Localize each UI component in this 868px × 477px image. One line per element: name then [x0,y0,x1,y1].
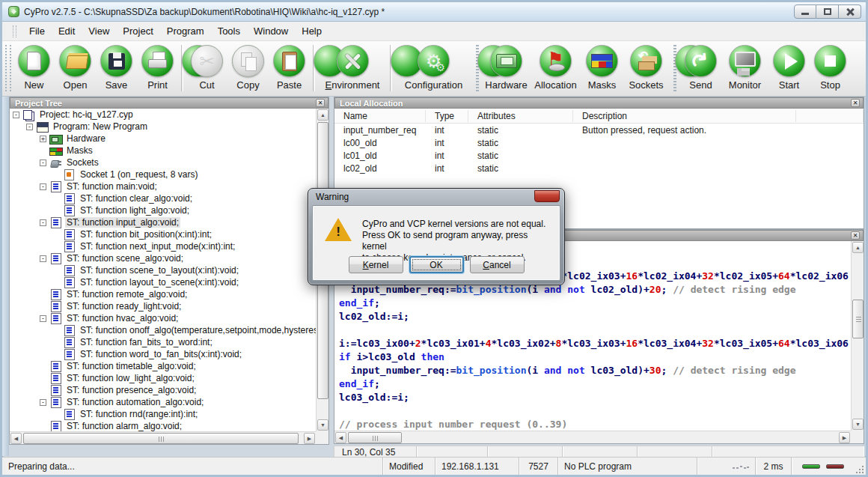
tree-expander[interactable]: - [40,183,46,190]
panel-close-icon[interactable]: ✕ [851,231,860,240]
tree-item[interactable]: - Sockets [10,157,316,168]
tree-expander[interactable]: - [13,112,19,118]
scroll-up-icon[interactable]: ▲ [852,242,864,253]
table-row[interactable]: input_number_req int static Button press… [334,124,864,136]
stop-button[interactable]: Stop [810,43,851,91]
monitor-button[interactable]: Monitor [721,43,768,91]
tree-item[interactable]: - Program: New Program [10,121,316,133]
menu-item[interactable]: Program [160,23,211,39]
scroll-right-icon[interactable]: ▶ [839,432,850,443]
project-tree-header[interactable]: Project Tree ✕ [10,97,328,109]
tree-item[interactable]: ST: function next_input_mode(x:int):int; [10,240,316,252]
tree-expander[interactable]: - [40,219,46,226]
toolbar-separator[interactable] [181,45,183,91]
toolbar-separator[interactable] [313,45,315,91]
scroll-up-icon[interactable]: ▲ [317,109,328,121]
menu-item[interactable]: File [22,23,52,39]
table-row[interactable]: lc02_old int static [334,162,864,174]
scroll-down-icon[interactable]: ▼ [317,419,328,431]
start-button[interactable]: Start [768,43,810,91]
tree-item[interactable]: ST: function ready_light:void; [10,300,316,312]
scrollbar-thumb[interactable] [348,432,402,443]
table-row[interactable]: lc01_old int static [334,149,864,162]
tree-expander[interactable]: - [40,399,46,406]
dialog-close-button[interactable] [534,190,560,202]
tree-expander[interactable]: - [40,255,46,262]
sockets-button[interactable]: ↶ Sockets [623,43,670,91]
tree-expander[interactable]: - [40,159,46,166]
editor-vertical-scrollbar[interactable]: ▲ ▼ [851,241,864,431]
st-document-icon [63,241,76,252]
tree-item[interactable]: Masks [10,145,316,157]
scroll-right-icon[interactable]: ▶ [304,433,315,444]
toolbar-grip[interactable] [476,45,479,91]
panel-close-icon[interactable]: ✕ [316,99,325,107]
tree-item[interactable]: ST: function alarm_algo:void; [10,420,316,431]
menu-item[interactable]: Window [247,23,295,39]
tree-item[interactable]: - Project: hc-iq_v127.cyp [10,109,316,121]
menu-item[interactable]: Project [116,23,159,39]
tree-item[interactable]: - ST: function automation_algo:void; [10,396,316,408]
tree-expander[interactable]: - [40,315,46,322]
tree-expander[interactable]: - [26,124,33,130]
tree-item[interactable]: ST: function fan_bits_to_word:int; [10,336,316,348]
menu-item[interactable]: Help [295,23,328,39]
scroll-left-icon[interactable]: ◀ [335,432,346,443]
tree-item[interactable]: - ST: function scene_algo:void; [10,252,316,264]
column-header-type[interactable]: Type [426,110,468,122]
scroll-down-icon[interactable]: ▼ [852,419,864,430]
tree-item[interactable]: + Hardware [10,133,316,145]
tree-item[interactable]: ST: function light_algo:void; [10,204,316,216]
menu-item[interactable]: Tools [211,23,247,39]
editor-horizontal-scrollbar[interactable]: ◀ ▶ [334,431,851,443]
maximize-button[interactable] [816,4,839,19]
minimize-button[interactable] [794,4,816,19]
cancel-button[interactable]: Cancel [470,256,525,273]
tree-item[interactable]: ST: function remote_algo:void; [10,288,316,300]
tree-item[interactable]: ST: function bit_position(x:int):int; [10,228,316,240]
column-header-attributes[interactable]: Attributes [468,110,573,122]
toolbar-separator[interactable] [390,45,392,91]
menu-item[interactable]: Edit [52,23,82,39]
tree-item[interactable]: ST: function clear_algo:void; [10,192,316,204]
resize-grip[interactable] [854,464,864,474]
save-button[interactable]: Save [96,43,137,91]
toolbar-button-label: Sockets [629,79,663,91]
column-header-description[interactable]: Description [573,110,796,122]
tree-item[interactable]: ST: function timetable_algo:void; [10,360,316,372]
ok-button[interactable]: OK [409,256,464,273]
tree-item[interactable]: - ST: function main:void; [10,180,316,192]
print-button[interactable]: Print [137,43,178,91]
tree-expander[interactable]: + [40,136,46,142]
title-bar[interactable]: CyPro v2.7.5 - C:\SkupnaSSD\Za backup\Do… [2,2,866,22]
local-allocation-header[interactable]: Local Allocation ✕ [334,97,864,109]
tree-item[interactable]: ST: function word_to_fan_bits(x:int):voi… [10,348,316,360]
table-row[interactable]: lc00_old int static [334,136,864,149]
new-button[interactable]: New [13,43,55,91]
tree-item[interactable]: ST: function presence_algo:void; [10,384,316,396]
scrollbar-thumb[interactable] [23,433,299,444]
tree-item[interactable]: ST: function rnd(range:int):int; [10,408,316,420]
menu-item[interactable]: View [82,23,116,39]
dialog-title-bar[interactable]: Warning [308,189,564,205]
kernel-button[interactable]: Kernel [349,256,403,273]
scroll-left-icon[interactable]: ◀ [10,433,22,444]
close-button[interactable] [839,4,861,19]
paste-button[interactable]: Paste [269,43,310,91]
open-button[interactable]: Open [55,43,96,91]
allocation-button[interactable]: ⚑ Allocation [530,43,581,91]
toolbar-grip[interactable] [673,45,676,91]
tree-item[interactable]: ST: function layout_to_scene(x:int):void… [10,276,316,288]
tree-item[interactable]: ST: function scene_to_layout(x:int):void… [10,264,316,276]
tree-item[interactable]: Socket 1 (on_request, 8 vars) [10,168,316,180]
masks-button[interactable]: Masks [581,43,623,91]
tree-item[interactable]: ST: function low_light_algo:void; [10,372,316,384]
tree-item[interactable]: ST: function onoff_algo(temperature,setp… [10,324,316,336]
tree-horizontal-scrollbar[interactable]: ◀ ▶ [10,431,316,444]
scrollbar-thumb[interactable] [852,300,864,338]
panel-close-icon[interactable]: ✕ [851,99,860,107]
tree-item[interactable]: - ST: function input_algo:void; [10,216,316,228]
copy-button[interactable]: Copy [227,43,269,91]
tree-item[interactable]: - ST: function hvac_algo:void; [10,312,316,324]
column-header-name[interactable]: Name [334,110,426,122]
